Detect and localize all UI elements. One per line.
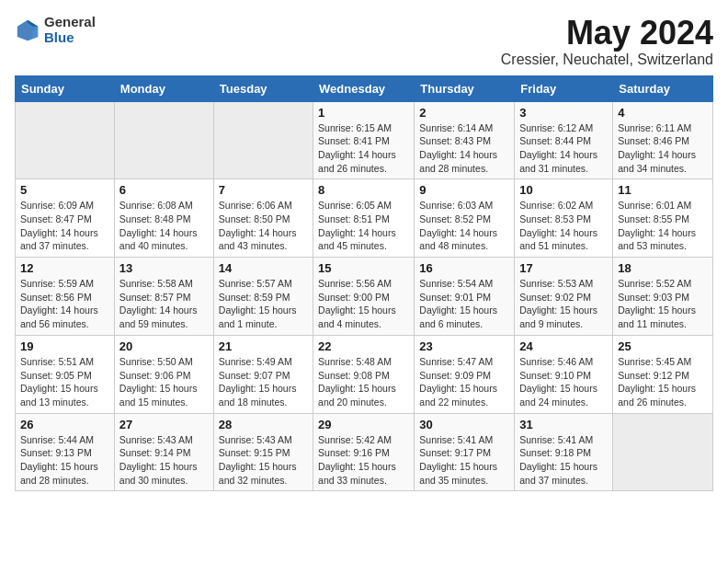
day-number: 3 <box>519 106 608 120</box>
day-info: Sunrise: 5:53 AM Sunset: 9:02 PM Dayligh… <box>519 277 608 331</box>
calendar-cell: 11Sunrise: 6:01 AM Sunset: 8:55 PM Dayli… <box>613 179 713 258</box>
page-header: General Blue May 2024 Cressier, Neuchate… <box>15 15 713 68</box>
calendar-cell: 2Sunrise: 6:14 AM Sunset: 8:43 PM Daylig… <box>415 101 515 179</box>
calendar-subtitle: Cressier, Neuchatel, Switzerland <box>501 52 713 68</box>
day-number: 2 <box>419 106 509 120</box>
day-number: 12 <box>20 261 109 275</box>
weekday-header-tuesday: Tuesday <box>213 75 313 101</box>
day-info: Sunrise: 6:05 AM Sunset: 8:51 PM Dayligh… <box>318 199 409 253</box>
day-info: Sunrise: 5:54 AM Sunset: 9:01 PM Dayligh… <box>419 277 509 331</box>
calendar-cell: 13Sunrise: 5:58 AM Sunset: 8:57 PM Dayli… <box>114 258 213 336</box>
day-number: 13 <box>119 261 209 275</box>
calendar-cell: 12Sunrise: 5:59 AM Sunset: 8:56 PM Dayli… <box>16 258 115 336</box>
day-info: Sunrise: 5:46 AM Sunset: 9:10 PM Dayligh… <box>519 355 608 409</box>
title-area: May 2024 Cressier, Neuchatel, Switzerlan… <box>501 15 713 68</box>
day-info: Sunrise: 5:43 AM Sunset: 9:15 PM Dayligh… <box>219 433 308 488</box>
calendar-week-1: 1Sunrise: 6:15 AM Sunset: 8:41 PM Daylig… <box>16 101 713 179</box>
day-info: Sunrise: 6:02 AM Sunset: 8:53 PM Dayligh… <box>519 199 608 253</box>
calendar-cell: 24Sunrise: 5:46 AM Sunset: 9:10 PM Dayli… <box>515 335 613 413</box>
calendar-cell <box>613 413 713 491</box>
day-info: Sunrise: 6:06 AM Sunset: 8:50 PM Dayligh… <box>219 199 308 253</box>
logo-blue-text: Blue <box>44 30 96 46</box>
day-info: Sunrise: 6:09 AM Sunset: 8:47 PM Dayligh… <box>20 199 109 253</box>
day-info: Sunrise: 5:56 AM Sunset: 9:00 PM Dayligh… <box>318 277 409 331</box>
calendar-cell: 9Sunrise: 6:03 AM Sunset: 8:52 PM Daylig… <box>415 179 515 258</box>
calendar-week-3: 12Sunrise: 5:59 AM Sunset: 8:56 PM Dayli… <box>16 258 713 336</box>
day-number: 6 <box>119 183 209 197</box>
logo: General Blue <box>15 15 96 45</box>
day-number: 28 <box>219 418 308 431</box>
day-info: Sunrise: 5:59 AM Sunset: 8:56 PM Dayligh… <box>20 277 109 331</box>
day-info: Sunrise: 5:41 AM Sunset: 9:18 PM Dayligh… <box>519 433 608 488</box>
calendar-week-2: 5Sunrise: 6:09 AM Sunset: 8:47 PM Daylig… <box>16 179 713 258</box>
day-number: 14 <box>219 261 308 275</box>
day-number: 15 <box>318 261 409 275</box>
calendar-cell <box>16 101 115 179</box>
calendar-week-5: 26Sunrise: 5:44 AM Sunset: 9:13 PM Dayli… <box>16 413 713 491</box>
calendar-cell: 8Sunrise: 6:05 AM Sunset: 8:51 PM Daylig… <box>313 179 415 258</box>
logo-icon <box>15 17 40 43</box>
calendar-cell: 5Sunrise: 6:09 AM Sunset: 8:47 PM Daylig… <box>16 179 115 258</box>
day-number: 19 <box>20 339 109 353</box>
calendar-cell: 19Sunrise: 5:51 AM Sunset: 9:05 PM Dayli… <box>16 335 115 413</box>
weekday-header-saturday: Saturday <box>613 75 713 101</box>
day-number: 10 <box>519 183 608 197</box>
day-info: Sunrise: 6:12 AM Sunset: 8:44 PM Dayligh… <box>519 121 608 176</box>
day-info: Sunrise: 6:08 AM Sunset: 8:48 PM Dayligh… <box>119 199 209 253</box>
calendar-cell: 27Sunrise: 5:43 AM Sunset: 9:14 PM Dayli… <box>114 413 213 491</box>
day-number: 30 <box>419 418 509 431</box>
calendar-cell: 26Sunrise: 5:44 AM Sunset: 9:13 PM Dayli… <box>16 413 115 491</box>
day-info: Sunrise: 6:15 AM Sunset: 8:41 PM Dayligh… <box>318 121 409 176</box>
day-number: 17 <box>519 261 608 275</box>
calendar-cell: 25Sunrise: 5:45 AM Sunset: 9:12 PM Dayli… <box>613 335 713 413</box>
day-number: 29 <box>318 418 409 431</box>
calendar-cell <box>114 101 213 179</box>
day-info: Sunrise: 6:03 AM Sunset: 8:52 PM Dayligh… <box>419 199 509 253</box>
calendar-cell: 22Sunrise: 5:48 AM Sunset: 9:08 PM Dayli… <box>313 335 415 413</box>
calendar-cell: 23Sunrise: 5:47 AM Sunset: 9:09 PM Dayli… <box>415 335 515 413</box>
calendar-cell: 7Sunrise: 6:06 AM Sunset: 8:50 PM Daylig… <box>213 179 313 258</box>
calendar-cell: 1Sunrise: 6:15 AM Sunset: 8:41 PM Daylig… <box>313 101 415 179</box>
day-number: 23 <box>419 339 509 353</box>
day-number: 26 <box>20 418 109 431</box>
logo-general-text: General <box>44 15 96 30</box>
calendar-cell: 6Sunrise: 6:08 AM Sunset: 8:48 PM Daylig… <box>114 179 213 258</box>
day-info: Sunrise: 5:43 AM Sunset: 9:14 PM Dayligh… <box>119 433 209 488</box>
day-info: Sunrise: 5:41 AM Sunset: 9:17 PM Dayligh… <box>419 433 509 488</box>
calendar-cell: 15Sunrise: 5:56 AM Sunset: 9:00 PM Dayli… <box>313 258 415 336</box>
day-number: 11 <box>618 183 708 197</box>
calendar-cell: 18Sunrise: 5:52 AM Sunset: 9:03 PM Dayli… <box>613 258 713 336</box>
weekday-header-monday: Monday <box>114 75 213 101</box>
day-number: 25 <box>618 339 708 353</box>
day-number: 20 <box>119 339 209 353</box>
calendar-cell: 28Sunrise: 5:43 AM Sunset: 9:15 PM Dayli… <box>213 413 313 491</box>
day-number: 5 <box>20 183 109 197</box>
weekday-header-friday: Friday <box>515 75 613 101</box>
day-number: 27 <box>119 418 209 431</box>
calendar-cell: 3Sunrise: 6:12 AM Sunset: 8:44 PM Daylig… <box>515 101 613 179</box>
day-number: 21 <box>219 339 308 353</box>
weekday-header-thursday: Thursday <box>415 75 515 101</box>
calendar-cell: 31Sunrise: 5:41 AM Sunset: 9:18 PM Dayli… <box>515 413 613 491</box>
day-number: 1 <box>318 106 409 120</box>
day-number: 18 <box>618 261 708 275</box>
calendar-cell: 29Sunrise: 5:42 AM Sunset: 9:16 PM Dayli… <box>313 413 415 491</box>
day-info: Sunrise: 5:47 AM Sunset: 9:09 PM Dayligh… <box>419 355 509 409</box>
weekday-header-sunday: Sunday <box>16 75 115 101</box>
day-info: Sunrise: 5:51 AM Sunset: 9:05 PM Dayligh… <box>20 355 109 409</box>
day-info: Sunrise: 6:11 AM Sunset: 8:46 PM Dayligh… <box>618 121 708 176</box>
calendar-cell: 20Sunrise: 5:50 AM Sunset: 9:06 PM Dayli… <box>114 335 213 413</box>
day-info: Sunrise: 5:42 AM Sunset: 9:16 PM Dayligh… <box>318 433 409 488</box>
logo-text: General Blue <box>44 15 96 45</box>
day-number: 7 <box>219 183 308 197</box>
calendar-title: May 2024 <box>501 15 713 52</box>
calendar-cell <box>213 101 313 179</box>
calendar-cell: 17Sunrise: 5:53 AM Sunset: 9:02 PM Dayli… <box>515 258 613 336</box>
day-info: Sunrise: 5:57 AM Sunset: 8:59 PM Dayligh… <box>219 277 308 331</box>
day-info: Sunrise: 5:58 AM Sunset: 8:57 PM Dayligh… <box>119 277 209 331</box>
calendar-cell: 10Sunrise: 6:02 AM Sunset: 8:53 PM Dayli… <box>515 179 613 258</box>
calendar-cell: 16Sunrise: 5:54 AM Sunset: 9:01 PM Dayli… <box>415 258 515 336</box>
calendar-cell: 4Sunrise: 6:11 AM Sunset: 8:46 PM Daylig… <box>613 101 713 179</box>
weekday-header-wednesday: Wednesday <box>313 75 415 101</box>
day-number: 16 <box>419 261 509 275</box>
